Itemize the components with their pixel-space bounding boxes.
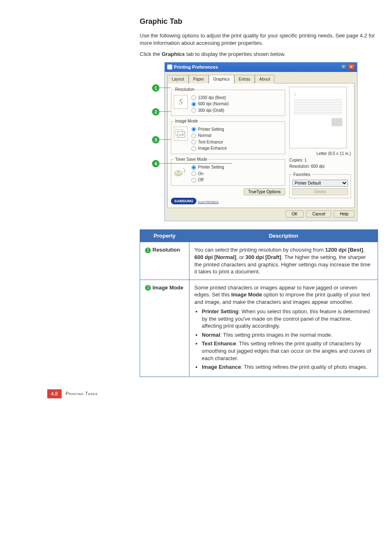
callout-1-circle: 1 <box>152 84 159 92</box>
image-mode-icon <box>174 127 188 141</box>
section-title: Graphic Tab <box>140 16 386 26</box>
toner-opt-off[interactable]: Off <box>191 177 224 183</box>
imgmode-label-image: Image Enhance <box>198 146 227 151</box>
printing-preferences-dialog: Printing Preferences ? × Layout Paper Gr… <box>164 62 357 221</box>
dialog-body: Resolution S 1200 dpi (Best) 600 dpi (No… <box>167 83 355 208</box>
imgmode-opt-image[interactable]: Image Enhance <box>191 146 227 151</box>
page-preview: S <box>289 87 347 148</box>
resolution-opt-600[interactable]: 600 dpi (Normal) <box>191 101 228 107</box>
row2-li2: Normal: This setting prints images in th… <box>202 331 373 339</box>
truetype-options-button[interactable]: TrueType Options <box>244 188 285 195</box>
favorites-legend: Favorites <box>292 172 311 178</box>
footer-section-name: Printing Tasks <box>66 391 98 397</box>
resolution-opt-300[interactable]: 300 dpi (Draft) <box>191 108 228 113</box>
imgmode-label-printer: Printer Setting <box>198 127 224 132</box>
dialog-title-text: Printing Preferences <box>174 65 218 69</box>
callout-line <box>159 139 171 140</box>
callout-3: 3 <box>152 136 171 143</box>
screenshot-container: 1 2 3 4 Printing Preferences ? × <box>152 62 357 221</box>
row2-name: Image Mode <box>152 284 183 291</box>
toner-radio-off[interactable] <box>191 178 196 183</box>
th-description: Description <box>189 229 378 242</box>
row2-li1-b: Printer Setting <box>202 308 239 314</box>
tab-about[interactable]: About <box>255 75 274 84</box>
imgmode-radio-printer[interactable] <box>191 127 196 132</box>
samsung-logo: SAMSUNG <box>171 198 196 204</box>
image-mode-legend: Image Mode <box>174 118 199 124</box>
imgmode-radio-text[interactable] <box>191 140 196 144</box>
intro-paragraph: Use the following options to adjust the … <box>140 32 386 46</box>
page-number-badge: 4.8 <box>47 389 62 398</box>
tab-paper[interactable]: Paper <box>189 75 209 84</box>
imgmode-opt-text[interactable]: Text Enhance <box>191 139 227 145</box>
toner-label-off: Off <box>198 177 203 183</box>
row2-li3: Text Enhance: This setting refines the p… <box>202 340 373 362</box>
tab-graphics[interactable]: Graphics <box>209 75 234 84</box>
svg-point-4 <box>177 171 180 173</box>
row1-badge: 1 <box>145 247 151 253</box>
resolution-icon: S <box>174 95 188 109</box>
table-row-resolution: 1Resolution You can select the printing … <box>140 242 378 280</box>
row1-sep2: , or <box>236 254 245 260</box>
tab-extras[interactable]: Extras <box>234 75 255 84</box>
dialog-button-row: OK Cancel Help <box>165 210 357 221</box>
close-titlebar-button[interactable]: × <box>348 64 355 70</box>
preview-s: S <box>294 91 342 98</box>
favorites-group: Favorites Printer Default Delete <box>289 172 351 199</box>
resolution-opt-1200[interactable]: 1200 dpi (Best) <box>191 95 228 101</box>
row1-pre: You can select the printing resolution b… <box>194 247 325 253</box>
imgmode-label-normal: Normal <box>198 133 211 139</box>
resolution-label-1200: 1200 dpi (Best) <box>198 95 226 101</box>
row2-desc: Some printed characters or images appear… <box>189 280 378 377</box>
dialog-title: Printing Preferences <box>167 64 218 70</box>
toner-radio-on[interactable] <box>191 171 196 176</box>
toner-radio-printer[interactable] <box>191 165 196 170</box>
click-bold: Graphics <box>161 51 184 57</box>
imgmode-radio-normal[interactable] <box>191 134 196 138</box>
row1-sep1: , <box>363 247 365 253</box>
property-table: Property Description 1Resolution You can… <box>140 229 378 377</box>
resolution-radio-1200[interactable] <box>191 95 196 100</box>
row2-badge: 2 <box>145 285 151 291</box>
favorites-delete-button: Delete <box>292 188 348 195</box>
row2-li1: Printer Setting: When you select this op… <box>202 308 373 330</box>
row2-li4-b: Image Enhance <box>202 364 241 370</box>
row2-li4: Image Enhance: This setting refines the … <box>202 363 373 371</box>
row2-li3-b: Text Enhance <box>202 340 236 347</box>
click-suffix: tab to display the properties shown belo… <box>185 51 286 57</box>
row1-b2: 600 dpi [Normal] <box>194 254 236 260</box>
row1-b3: 300 dpi [Draft] <box>245 254 281 260</box>
imgmode-opt-normal[interactable]: Normal <box>191 133 227 139</box>
callout-line <box>159 88 171 88</box>
image-mode-group: Image Mode Printer Setting Normal Text E… <box>171 118 285 154</box>
ok-button[interactable]: OK <box>286 210 304 217</box>
help-titlebar-button[interactable]: ? <box>340 64 347 70</box>
row1-b1: 1200 dpi [Best] <box>325 247 363 253</box>
table-row-image-mode: 2Image Mode Some printed characters or i… <box>140 280 378 377</box>
click-prefix: Click the <box>140 51 161 57</box>
row2-li2-t: : This setting prints images in the norm… <box>220 332 332 338</box>
brand-logo-area: SAMSUNG ELECTRONICS <box>171 198 285 204</box>
resolution-label-600: 600 dpi (Normal) <box>198 101 228 107</box>
row2-li2-b: Normal <box>202 332 220 338</box>
resolution-legend: Resolution <box>174 87 196 92</box>
electronics-label: ELECTRONICS <box>198 200 219 204</box>
imgmode-radio-image[interactable] <box>191 146 196 151</box>
preview-paper-size: Letter (8.5 x 11 in.) <box>289 151 351 157</box>
row2-intro-bold: Image Mode <box>231 291 262 298</box>
favorites-select[interactable]: Printer Default <box>292 180 348 187</box>
callout-3-circle: 3 <box>152 136 159 143</box>
resolution-label-300: 300 dpi (Draft) <box>198 108 224 113</box>
callout-1: 1 <box>152 84 171 92</box>
tab-layout[interactable]: Layout <box>167 75 189 84</box>
help-button[interactable]: Help <box>334 210 355 217</box>
th-property: Property <box>140 229 189 242</box>
callout-line <box>159 163 232 164</box>
imgmode-opt-printer[interactable]: Printer Setting <box>191 127 227 132</box>
imgmode-label-text: Text Enhance <box>198 139 223 145</box>
page-footer: 4.8 Printing Tasks <box>47 389 386 398</box>
resolution-radio-300[interactable] <box>191 108 196 113</box>
cancel-button[interactable]: Cancel <box>306 210 331 217</box>
resolution-radio-600[interactable] <box>191 102 196 106</box>
toner-opt-on[interactable]: On <box>191 171 224 177</box>
